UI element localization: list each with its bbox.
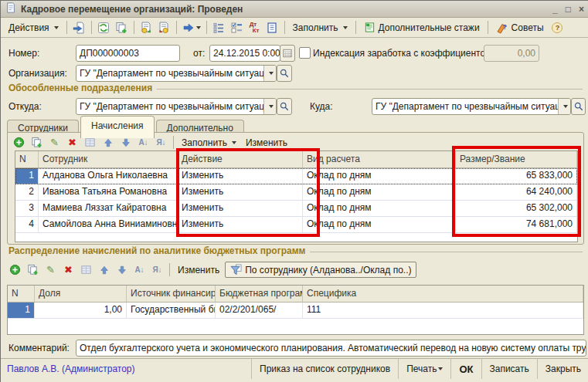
organization-combo[interactable]: ГУ "Департамент по чрезвычайным ситуация	[76, 65, 277, 82]
table-row[interactable]: 2 Иванова Татьяна Романовна Изменить Окл…	[15, 184, 577, 201]
cell-employee: Иванова Татьяна Романовна	[39, 184, 178, 200]
filter-by-employee-button[interactable]: По сотруднику (Алданова../Оклад по..)	[225, 262, 416, 278]
delete-row-button[interactable]: ✖	[64, 135, 80, 150]
from-open-button[interactable]	[277, 98, 292, 115]
magnifier-icon	[280, 102, 289, 111]
cell-calc: Оклад по дням	[303, 184, 456, 200]
col-source[interactable]: Источник финансирования	[127, 286, 216, 302]
accruals-edit-button[interactable]: Изменить	[242, 136, 291, 150]
minimize-button[interactable]: _	[552, 4, 558, 15]
move-up-button[interactable]	[96, 262, 112, 278]
table-row[interactable]: 1 1,00 Государственный бюджет 02/2/201/0…	[8, 303, 583, 319]
sort-descending-icon: Я↓	[152, 266, 161, 274]
list-structure-icon	[212, 22, 225, 34]
col-share[interactable]: Доля	[35, 286, 127, 302]
additional-service-label: Дополнительные стажи	[379, 22, 480, 33]
organization-open-button[interactable]	[277, 65, 292, 82]
document-structure-button[interactable]	[211, 20, 227, 35]
delete-row-button[interactable]: ✖	[60, 262, 76, 278]
table-row[interactable]: 3 Мамиева Ляззат Кайратовна Изменить Окл…	[15, 201, 577, 217]
window-title: Кадровое перемещение организаций: Провед…	[21, 4, 243, 15]
order-list-button[interactable]: Приказ на список сотрудников	[251, 359, 398, 379]
indexation-checkbox[interactable]	[299, 47, 311, 59]
distribution-header-row: N Доля Источник финансирования Бюджетная…	[8, 286, 583, 303]
dropdown-button[interactable]	[558, 99, 570, 114]
col-amount[interactable]: Размер/Звание	[456, 151, 577, 167]
fill-label: Заполнить	[293, 22, 338, 33]
accruals-tab-panel: ✎ ✖ А↓ Я↓ Заполнить Изменить N Сотрудник…	[7, 132, 584, 245]
dt-kt-button[interactable]: ДтКт	[246, 20, 263, 35]
post-document-button[interactable]	[138, 20, 155, 35]
cell-amount: 65 302,000	[456, 201, 577, 216]
refresh-button[interactable]	[96, 20, 112, 35]
dropdown-button[interactable]	[263, 99, 276, 114]
close-button[interactable]: ×	[579, 4, 584, 15]
footer-buttons: Приказ на список сотрудников Печать ОК З…	[251, 359, 588, 379]
col-action[interactable]: Действие	[178, 151, 303, 167]
end-edit-button[interactable]	[78, 262, 94, 278]
chevron-down-icon	[196, 26, 201, 29]
section-title: Распределение начислений по аналитике бю…	[8, 245, 305, 256]
from-combo[interactable]: ГУ "Департамент по чрезвычайным ситуация	[76, 98, 277, 115]
table-row[interactable]: 4 Самойлова Анна Виниаминовна Изменить О…	[15, 217, 577, 233]
sort-descending-button[interactable]: Я↓	[153, 135, 169, 150]
end-edit-icon	[80, 264, 92, 276]
chevron-down-icon	[563, 105, 568, 108]
col-n[interactable]: N	[8, 286, 35, 302]
goto-menu-button[interactable]	[181, 20, 202, 35]
add-row-button[interactable]	[7, 262, 23, 278]
calendar-button[interactable]	[280, 45, 295, 62]
delete-icon: ✖	[64, 265, 73, 275]
copy-row-button[interactable]	[25, 262, 41, 278]
tips-button[interactable]: ? Советы	[492, 20, 548, 35]
col-program[interactable]: Бюджетная программа	[216, 286, 303, 302]
tab-accruals[interactable]: Начисления	[80, 116, 155, 138]
date-input[interactable]: 24.12.2015 0:00:00	[209, 45, 280, 62]
accruals-fill-button[interactable]: Заполнить	[178, 136, 240, 150]
add-row-button[interactable]	[11, 135, 27, 150]
sort-ascending-button[interactable]: А↓	[131, 262, 148, 278]
edit-row-button[interactable]: ✎	[42, 262, 59, 278]
to-combo[interactable]: ГУ "Департамент по чрезвычайным ситуация…	[372, 98, 571, 115]
to-open-button[interactable]	[571, 98, 586, 115]
close-form-button[interactable]: Закрыть	[537, 359, 588, 379]
move-down-button[interactable]	[114, 262, 130, 278]
copy-row-button[interactable]	[29, 135, 45, 150]
arrow-up-icon	[99, 265, 110, 276]
fill-menu-button[interactable]: Заполнить	[289, 21, 352, 35]
dropdown-button[interactable]	[263, 66, 276, 81]
print-menu-button[interactable]: Печать	[398, 359, 450, 379]
copy-button[interactable]	[114, 20, 130, 35]
additional-service-button[interactable]: Дополнительные стажи	[360, 20, 484, 35]
comment-label: Комментарий:	[8, 343, 70, 353]
calendar-icon	[283, 49, 292, 58]
number-input[interactable]: ДП000000003	[76, 45, 180, 62]
edit-row-button[interactable]: ✎	[46, 135, 63, 150]
journal-button[interactable]	[264, 20, 280, 35]
reread-button[interactable]	[71, 20, 87, 35]
col-n[interactable]: N	[15, 151, 39, 167]
col-calc[interactable]: Вид расчета	[303, 151, 456, 167]
comment-input[interactable]: Отдел бухгалтерского учета и экономическ…	[76, 340, 586, 357]
save-button[interactable]: Записать	[481, 359, 537, 379]
delete-icon: ✖	[68, 137, 76, 147]
help-button[interactable]: ?	[549, 20, 566, 35]
distribution-edit-button[interactable]: Изменить	[174, 263, 223, 277]
cell-n: 1	[8, 303, 35, 318]
col-spec[interactable]: Специфика	[303, 286, 583, 302]
ok-button[interactable]: ОК	[450, 359, 481, 379]
col-employee[interactable]: Сотрудник	[39, 151, 178, 167]
actions-menu-button[interactable]: Действия	[5, 21, 63, 35]
toolbar-separator	[355, 21, 356, 34]
refresh-icon	[97, 22, 110, 34]
cell-n: 2	[15, 184, 39, 200]
magnifier-icon	[280, 69, 289, 78]
list-settings-button[interactable]	[229, 20, 245, 35]
dt-kt-icon: ДтКт	[250, 22, 260, 34]
maximize-button[interactable]: □	[566, 4, 571, 15]
table-row[interactable]: 1 Алданова Ольга Николаевна Изменить Окл…	[15, 168, 577, 184]
toolbar-separator	[134, 21, 134, 34]
sort-descending-button[interactable]: Я↓	[149, 262, 165, 278]
unpost-document-button[interactable]	[156, 20, 172, 35]
fill-label: Заполнить	[182, 137, 227, 148]
